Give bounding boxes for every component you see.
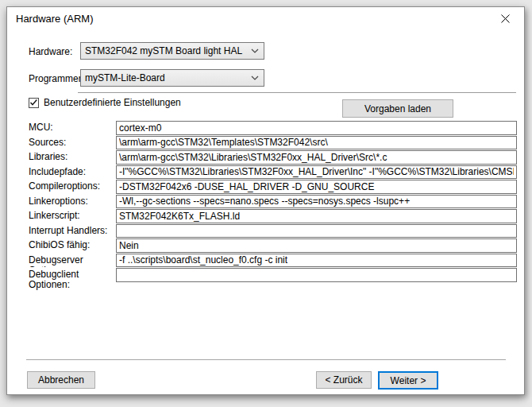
custom-settings-label: Benutzerdefinierte Einstellungen [44, 97, 181, 108]
field-label-sources: Sources: [29, 136, 116, 150]
field-label-debugserver-optionen: DebugserverOptionen: [29, 254, 116, 268]
top-separator [78, 92, 516, 93]
field-row-libraries: Libraries: [29, 150, 517, 165]
input-linkerscript[interactable] [116, 209, 517, 223]
programmer-select[interactable]: mySTM-Lite-Board [80, 69, 264, 87]
input-interrupt-handlers[interactable] [116, 224, 517, 238]
close-button[interactable] [489, 7, 521, 29]
close-icon [501, 14, 510, 23]
chevron-down-icon [246, 48, 264, 53]
hardware-selected-value: STM32F042 mySTM Board light HAL [81, 45, 246, 56]
chevron-down-icon [246, 76, 264, 80]
hardware-select[interactable]: STM32F042 mySTM Board light HAL [80, 42, 264, 60]
fields-container: MCU:Sources:Libraries:Includepfade:Compi… [29, 121, 517, 282]
cancel-button[interactable]: Abbrechen [27, 371, 95, 389]
field-row-linkerscript: Linkerscript: [29, 209, 517, 223]
programmer-label: Programmer: [29, 73, 84, 84]
field-label-libraries: Libraries: [29, 150, 116, 165]
field-label-linkerscript: Linkerscript: [29, 209, 116, 223]
field-label-includepfade: Includepfade: [29, 165, 116, 180]
input-libraries[interactable] [116, 150, 517, 165]
input-chibios-faehig[interactable] [116, 238, 517, 253]
field-label-linkeroptions: Linkeroptions: [29, 195, 116, 209]
field-row-sources: Sources: [29, 136, 517, 150]
field-row-compileroptions: Compileroptions: [29, 180, 517, 194]
field-label-debugclient-optionen: DebugclientOptionen: [29, 268, 116, 282]
field-row-debugclient-optionen: DebugclientOptionen: [29, 268, 517, 282]
input-compileroptions[interactable] [116, 180, 517, 194]
input-sources[interactable] [116, 136, 517, 150]
input-mcu[interactable] [116, 121, 517, 135]
back-button[interactable]: < Zurück [316, 371, 372, 389]
field-row-linkeroptions: Linkeroptions: [29, 195, 517, 209]
input-includepfade[interactable] [116, 165, 517, 180]
programmer-selected-value: mySTM-Lite-Board [81, 72, 246, 83]
checkbox-checked-icon [29, 98, 39, 108]
field-label-compileroptions: Compileroptions: [29, 180, 116, 194]
titlebar: Hardware (ARM) [7, 7, 524, 31]
input-debugclient-optionen[interactable] [116, 268, 517, 282]
bottom-separator [26, 359, 506, 360]
field-row-includepfade: Includepfade: [29, 165, 517, 180]
input-linkeroptions[interactable] [116, 195, 517, 209]
hardware-label: Hardware: [29, 46, 72, 57]
field-row-debugserver-optionen: DebugserverOptionen: [29, 254, 517, 268]
load-defaults-button[interactable]: Vorgaben laden [342, 99, 453, 118]
next-button[interactable]: Weiter > [378, 371, 438, 390]
field-label-mcu: MCU: [29, 121, 116, 135]
dialog-title: Hardware (ARM) [16, 13, 94, 25]
custom-settings-checkbox[interactable]: Benutzerdefinierte Einstellungen [29, 97, 181, 108]
hardware-arm-dialog: Hardware (ARM) Hardware: STM32F042 mySTM… [6, 6, 525, 395]
field-label-chibios-faehig: ChibiOS fähig: [29, 238, 116, 253]
field-row-mcu: MCU: [29, 121, 517, 135]
field-row-chibios-faehig: ChibiOS fähig: [29, 238, 517, 253]
field-label-interrupt-handlers: Interrupt Handlers: [29, 224, 116, 238]
input-debugserver-optionen[interactable] [116, 254, 517, 268]
field-row-interrupt-handlers: Interrupt Handlers: [29, 224, 517, 238]
